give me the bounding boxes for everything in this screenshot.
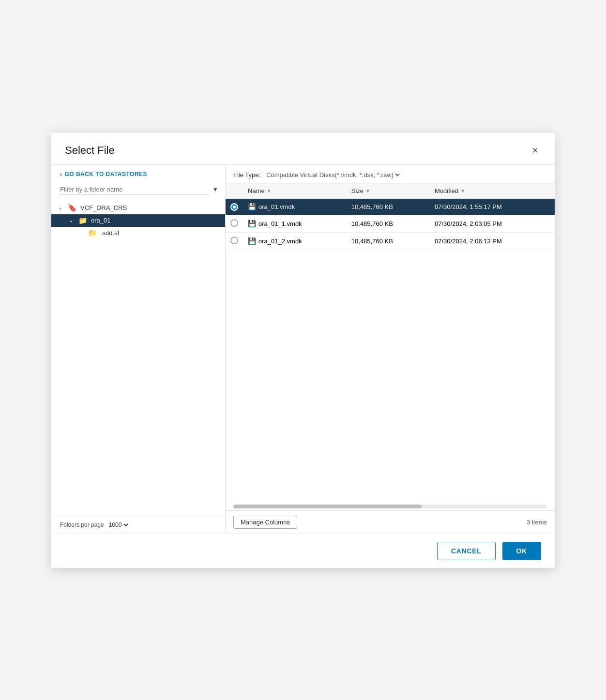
tree-node-label: VCF_ORA_CRS	[80, 204, 127, 211]
scrollbar-thumb[interactable]	[233, 505, 422, 508]
chevron-down-icon: ⌄	[58, 205, 66, 211]
file-type-select[interactable]: Compatible Virtual Disks(*.vmdk, *.dsk, …	[264, 171, 401, 179]
filter-row: ▼	[51, 181, 225, 200]
size-cell: 10,485,760 KB	[347, 215, 430, 232]
disk-icon: 💾	[248, 203, 256, 210]
database-icon: 🔖	[68, 204, 77, 212]
cancel-button[interactable]: CANCEL	[437, 542, 496, 560]
sort-icon: ▼	[267, 188, 272, 194]
name-cell: 💾 ora_01_1.vmdk	[243, 215, 347, 232]
sort-icon: ▼	[365, 188, 370, 194]
chevron-down-icon: ⌄	[69, 217, 76, 223]
folder-icon: 📁	[78, 216, 88, 225]
sort-icon: ▼	[460, 188, 465, 194]
file-type-label: File Type:	[233, 171, 260, 179]
manage-columns-button[interactable]: Manage Columns	[233, 516, 297, 529]
folders-per-page-select[interactable]: 1000 500 100	[107, 521, 130, 529]
disk-icon: 💾	[248, 237, 256, 245]
folders-per-page-label: Folders per page	[60, 521, 104, 528]
files-table-container: Name ▼ Size ▼	[226, 183, 555, 503]
size-cell: 10,485,760 KB	[347, 198, 430, 215]
disk-icon: 💾	[248, 220, 256, 227]
tree-node-sdd-sf[interactable]: 📁 .sdd.sf	[51, 227, 225, 239]
modified-cell: 07/30/2024, 2:06:13 PM	[430, 232, 555, 250]
radio-button[interactable]	[230, 237, 238, 244]
tree-node-label: .sdd.sf	[101, 229, 119, 237]
left-panel: ‹ GO BACK TO DATASTORES ▼ ⌄ 🔖 VCF_ORA_CR…	[51, 165, 226, 534]
size-cell: 10,485,760 KB	[347, 232, 430, 250]
folder-icon: 📁	[88, 229, 97, 238]
left-footer: Folders per page 1000 500 100	[51, 516, 225, 534]
dialog-body: ‹ GO BACK TO DATASTORES ▼ ⌄ 🔖 VCF_ORA_CR…	[51, 165, 555, 534]
modified-column-header[interactable]: Modified ▼	[430, 183, 555, 199]
radio-cell[interactable]	[226, 198, 243, 215]
chevron-left-icon: ‹	[60, 171, 62, 178]
file-type-row: File Type: Compatible Virtual Disks(*.vm…	[226, 165, 555, 183]
dialog-title: Select File	[65, 144, 115, 157]
name-cell: 💾 ora_01.vmdk	[243, 198, 347, 215]
dialog-header: Select File ×	[51, 133, 555, 165]
table-row[interactable]: 💾 ora_01_2.vmdk 10,485,760 KB 07/30/2024…	[226, 232, 555, 250]
files-table: Name ▼ Size ▼	[226, 183, 555, 250]
close-button[interactable]: ×	[529, 143, 541, 158]
back-to-datastores-link[interactable]: ‹ GO BACK TO DATASTORES	[51, 165, 225, 181]
modified-cell: 07/30/2024, 2:03:05 PM	[430, 215, 555, 232]
table-row[interactable]: 💾 ora_01.vmdk 10,485,760 KB 07/30/2024, …	[226, 198, 555, 215]
tree-node-ora-01[interactable]: ⌄ 📁 ora_01	[51, 214, 225, 227]
radio-button[interactable]	[230, 203, 238, 211]
ok-button[interactable]: OK	[502, 542, 541, 560]
horizontal-scrollbar[interactable]	[233, 505, 547, 508]
filter-icon: ▼	[212, 186, 218, 193]
size-column-header[interactable]: Size ▼	[347, 183, 430, 199]
modified-cell: 07/30/2024, 1:55:17 PM	[430, 198, 555, 215]
name-cell: 💾 ora_01_2.vmdk	[243, 232, 347, 250]
items-count: 3 items	[527, 519, 547, 526]
select-file-dialog: Select File × ‹ GO BACK TO DATASTORES ▼ …	[51, 133, 555, 568]
select-column-header	[226, 183, 243, 199]
tree-area: ⌄ 🔖 VCF_ORA_CRS ⌄ 📁 ora_01 📁 .sdd.sf	[51, 200, 225, 516]
right-footer: Manage Columns 3 items	[226, 510, 555, 534]
spacer	[78, 230, 86, 236]
radio-cell[interactable]	[226, 232, 243, 250]
dialog-footer: CANCEL OK	[51, 534, 555, 568]
radio-button[interactable]	[230, 219, 238, 227]
tree-node-label: ora_01	[91, 217, 110, 224]
table-row[interactable]: 💾 ora_01_1.vmdk 10,485,760 KB 07/30/2024…	[226, 215, 555, 232]
radio-cell[interactable]	[226, 215, 243, 232]
name-column-header[interactable]: Name ▼	[243, 183, 347, 199]
folder-filter-input[interactable]	[60, 184, 209, 195]
right-panel: File Type: Compatible Virtual Disks(*.vm…	[226, 165, 555, 534]
tree-node-vcf-ora-crs[interactable]: ⌄ 🔖 VCF_ORA_CRS	[51, 202, 225, 214]
table-header-row: Name ▼ Size ▼	[226, 183, 555, 199]
